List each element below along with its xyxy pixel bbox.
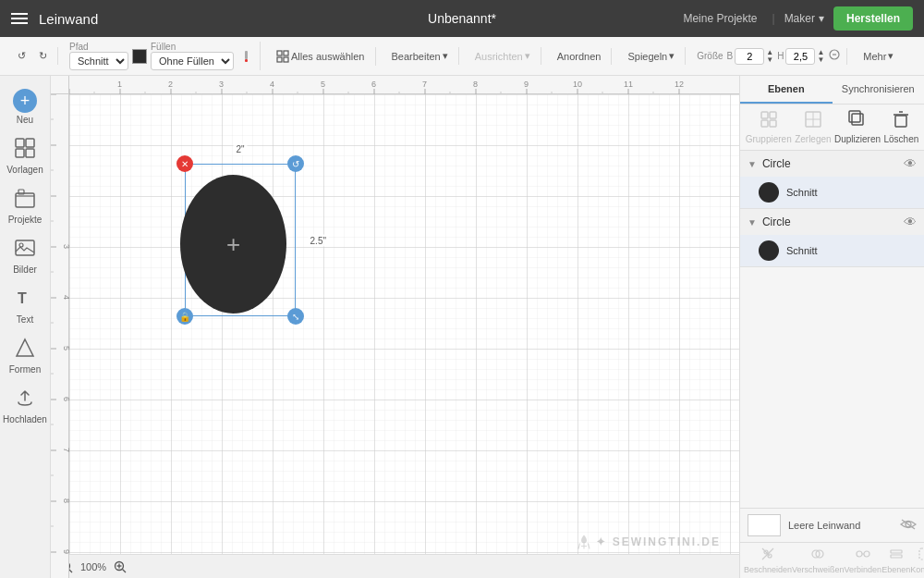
layer-eye-2[interactable]: 👁	[904, 215, 917, 229]
rotate-handle[interactable]: ↺	[287, 155, 304, 172]
ausrichten-button[interactable]: Ausrichten ▾	[470, 47, 535, 65]
sidebar-item-projekte[interactable]: Projekte	[3, 182, 47, 230]
layers-list: ▼ Circle 👁 Schnitt ▼ Circle 👁 S	[740, 151, 924, 508]
beschneiden-button[interactable]: Beschneiden	[744, 547, 792, 574]
dark-ellipse[interactable]: +	[180, 175, 286, 314]
layer-group-2: ▼ Circle 👁 Schnitt	[740, 209, 924, 267]
h-input[interactable]	[785, 48, 815, 65]
svg-text:3: 3	[219, 80, 224, 89]
sidebar-item-vorlagen[interactable]: Vorlagen	[3, 132, 47, 180]
pen-icon[interactable]	[237, 48, 254, 65]
svg-text:3: 3	[62, 244, 69, 249]
pfad-label: Pfad	[69, 42, 128, 52]
b-down-button[interactable]: ▼	[766, 56, 773, 64]
layer-item-2[interactable]: Schnitt	[740, 235, 924, 266]
main-area: + Neu Vorlagen Projekte Bilder T Text	[0, 76, 924, 578]
bottom-actions: Beschneiden Verschweißen Verbinden	[740, 543, 924, 578]
color-box[interactable]	[132, 49, 147, 64]
layer-item-1[interactable]: Schnitt	[740, 177, 924, 208]
loeschen-button[interactable]: Löschen	[883, 110, 918, 144]
svg-text:7: 7	[422, 80, 427, 89]
alles-auswaehlen-group: Alles auswählen	[266, 47, 376, 66]
sidebar-item-bilder[interactable]: Bilder	[3, 232, 47, 280]
maker-button[interactable]: Maker ▾	[784, 12, 824, 25]
sidebar-label-vorlagen: Vorlagen	[6, 165, 43, 175]
layer-header-1[interactable]: ▼ Circle 👁	[740, 151, 924, 177]
svg-text:4: 4	[270, 80, 274, 89]
svg-text:8: 8	[62, 498, 69, 503]
mini-eye-icon[interactable]	[900, 518, 917, 534]
svg-rect-5	[284, 57, 288, 62]
sidebar-item-text[interactable]: T Text	[3, 282, 47, 330]
tab-synchronisieren[interactable]: Synchronisieren	[833, 76, 925, 104]
grid-svg	[69, 94, 739, 578]
canvas-area[interactable]: 1 2 3 4 5 6 7 8 9	[51, 76, 739, 578]
ruler-left: 1 2 3 4 5 6 7 8 9	[51, 94, 69, 578]
sidebar-label-projekte: Projekte	[8, 215, 43, 225]
sidebar-item-hochladen[interactable]: Hochladen	[3, 382, 47, 430]
tab-ebenen[interactable]: Ebenen	[740, 76, 833, 104]
sidebar-item-formen[interactable]: Formen	[3, 332, 47, 380]
nav-right-actions: Meine Projekte | Maker ▾ Herstellen	[677, 6, 913, 31]
gruppieren-button[interactable]: Gruppieren	[746, 110, 792, 144]
meine-projekte-button[interactable]: Meine Projekte	[677, 8, 762, 29]
anordnen-button[interactable]: Anordnen	[553, 48, 606, 65]
lock-handle[interactable]: 🔒	[176, 308, 193, 325]
svg-point-14	[19, 243, 23, 247]
mehr-button[interactable]: Mehr ▾	[858, 47, 898, 65]
b-input[interactable]	[735, 48, 764, 65]
schnitt-select[interactable]: Schnitt	[69, 52, 128, 70]
layer-eye-1[interactable]: 👁	[904, 156, 917, 171]
plus-icon: +	[13, 89, 37, 113]
sidebar-label-formen: Formen	[9, 364, 41, 375]
link-icon[interactable]	[828, 48, 841, 64]
zoom-level: 100%	[80, 561, 106, 572]
spiegeln-button[interactable]: Spiegeln ▾	[623, 47, 679, 65]
undo-button[interactable]: ↺	[13, 47, 30, 65]
zoom-in-button[interactable]	[112, 559, 128, 575]
ruler-top: 1 2 3 4 5 6 7 8 9	[69, 76, 739, 94]
canvas-object[interactable]: + ✕ ↺ 🔒 ⤡ 2" 2.5"	[185, 164, 296, 316]
svg-rect-1	[245, 59, 248, 62]
h-label: H	[777, 51, 784, 61]
h-spinner: ▲ ▼	[817, 49, 824, 64]
verschweissen-button[interactable]: Verschweißen	[792, 547, 845, 574]
ausrichten-chevron-icon: ▾	[525, 50, 530, 62]
bearbeiten-button[interactable]: Bearbeiten ▾	[387, 47, 453, 65]
svg-rect-3	[284, 51, 288, 55]
verbinden-button[interactable]: Verbinden	[845, 547, 882, 574]
vorlagen-icon	[15, 138, 35, 163]
svg-rect-0	[245, 51, 248, 59]
svg-text:5: 5	[62, 346, 69, 350]
kontur-icon	[918, 547, 924, 564]
undo-redo-group: ↺ ↻	[7, 47, 58, 65]
hamburger-menu[interactable]	[11, 13, 28, 24]
layer-group-1: ▼ Circle 👁 Schnitt	[740, 151, 924, 209]
canvas-grid[interactable]: + ✕ ↺ 🔒 ⤡ 2" 2.5" ✦ SEW	[69, 94, 739, 578]
scale-handle[interactable]: ⤡	[287, 308, 304, 325]
kontur-button[interactable]: Kontu...	[910, 547, 924, 574]
h-down-button[interactable]: ▼	[817, 56, 824, 64]
anordnen-group: Anordnen	[547, 48, 613, 65]
ebenen-button[interactable]: Ebenen	[881, 547, 910, 574]
document-title: Unbenannt*	[428, 11, 496, 26]
height-label: 2.5"	[308, 234, 329, 246]
svg-text:10: 10	[573, 80, 582, 89]
svg-marker-16	[17, 339, 33, 356]
alles-auswaehlen-button[interactable]: Alles auswählen	[272, 47, 370, 66]
herstellen-button[interactable]: Herstellen	[833, 6, 913, 31]
redo-button[interactable]: ↻	[34, 47, 52, 65]
svg-text:T: T	[18, 290, 27, 306]
layer-header-2[interactable]: ▼ Circle 👁	[740, 209, 924, 235]
sidebar-item-neu[interactable]: + Neu	[3, 83, 47, 130]
ohne-fuellen-select[interactable]: Ohne Füllen	[151, 52, 234, 70]
selection-container: + ✕ ↺ 🔒 ⤡ 2" 2.5"	[185, 164, 296, 316]
zerlegen-button[interactable]: Zerlegen	[795, 110, 831, 144]
layer-item-label-1: Schnitt	[786, 187, 818, 198]
delete-handle[interactable]: ✕	[176, 155, 193, 172]
duplizieren-button[interactable]: Duplizieren	[834, 110, 881, 144]
mehr-chevron-icon: ▾	[888, 50, 894, 62]
sidebar-label-neu: Neu	[17, 115, 33, 125]
svg-rect-99	[849, 111, 860, 122]
svg-text:6: 6	[371, 80, 376, 89]
